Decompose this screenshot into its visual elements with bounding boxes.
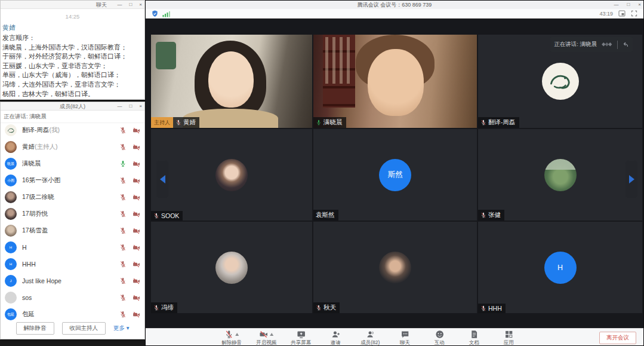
- layout-grid-icon[interactable]: [601, 41, 613, 48]
- video-tile-6[interactable]: 张健: [478, 129, 642, 221]
- member-row[interactable]: 黄婧(主持人): [1, 139, 144, 155]
- member-role-suffix: (主持人): [35, 143, 58, 150]
- member-avatar: 晓晨: [5, 158, 17, 170]
- close-icon[interactable]: ×: [638, 1, 641, 9]
- member-row[interactable]: JJust like Hope: [1, 272, 144, 289]
- mic-icon: [480, 120, 486, 125]
- member-row[interactable]: 翻译-周磊(我): [1, 122, 144, 139]
- toolbar-doc[interactable]: 文档: [460, 330, 488, 345]
- member-name: Just like Hope: [22, 277, 119, 284]
- next-page-arrow[interactable]: [625, 161, 637, 198]
- leave-meeting-button[interactable]: 离开会议: [599, 332, 636, 344]
- security-shield-icon[interactable]: [152, 10, 158, 17]
- video-tile-1[interactable]: 主持人黄婧: [151, 35, 312, 128]
- meeting-title: 腾讯会议 会议号：630 869 739: [358, 1, 432, 9]
- caret-up-icon[interactable]: [235, 333, 239, 336]
- members-titlebar[interactable]: 成员(82人) — □ ×: [1, 102, 144, 111]
- toolbar-members[interactable]: 成员(82): [356, 330, 384, 345]
- member-row[interactable]: HH: [1, 239, 144, 256]
- previous-page-arrow[interactable]: [156, 161, 168, 198]
- member-av-controls: [119, 277, 140, 285]
- mic-icon: [153, 305, 159, 311]
- member-name: 17胡乔悦: [22, 210, 119, 218]
- video-tile-8[interactable]: 秋天: [313, 222, 477, 313]
- video-tile-4[interactable]: SOOK: [151, 129, 312, 221]
- member-row[interactable]: 17杨雪盈: [1, 222, 144, 239]
- caret-up-icon[interactable]: [270, 333, 273, 336]
- participant-avatar: 斯然: [379, 159, 411, 191]
- toolbar-apps[interactable]: 应用: [495, 330, 522, 345]
- participant-name: 袁斯然: [313, 210, 338, 221]
- participant-nameplate: 袁斯然: [313, 210, 338, 221]
- maximize-icon[interactable]: □: [129, 1, 132, 9]
- camera-icon: [133, 261, 140, 268]
- participant-nameplate: 主持人黄婧: [151, 117, 199, 128]
- maximize-icon[interactable]: □: [627, 1, 630, 9]
- dragon-pattern-icon: [7, 126, 15, 134]
- member-list: 翻译-周磊(我)黄婧(主持人)晓晨满晓晨小图16第一张小图17级二徐晓17胡乔悦…: [1, 122, 144, 322]
- toolbar-label: 开启视频: [256, 339, 276, 345]
- pin-arrow-icon[interactable]: [622, 41, 629, 48]
- camera-icon: [133, 294, 140, 302]
- member-row[interactable]: 17级二徐晓: [1, 189, 144, 206]
- video-tile-7[interactable]: 冯缔: [151, 222, 312, 313]
- mic-icon: [175, 120, 181, 125]
- member-row[interactable]: HHHH: [1, 256, 144, 272]
- toolbar-label: 邀请: [331, 339, 341, 345]
- camera-icon: [133, 210, 140, 218]
- toolbar-mic-off[interactable]: 解除静音: [218, 330, 245, 345]
- member-row[interactable]: 晓晨满晓晨: [1, 155, 144, 172]
- meeting-titlebar[interactable]: 腾讯会议 会议号：630 869 739 — □ ×: [146, 1, 643, 9]
- members-window: 成员(82人) — □ × 正在讲话: 满晓晨 翻译-周磊(我)黄婧(主持人)晓…: [0, 102, 145, 339]
- member-name: 17级二徐晓: [22, 193, 119, 201]
- member-row[interactable]: 包延包延: [1, 306, 144, 322]
- member-avatar: [5, 141, 17, 153]
- participant-avatar: [215, 252, 248, 284]
- video-tile-9[interactable]: HHHH: [478, 222, 642, 313]
- toolbar-invite[interactable]: 邀请: [322, 330, 349, 345]
- apps-icon: [504, 330, 513, 339]
- close-icon[interactable]: ×: [139, 102, 142, 111]
- participant-nameplate: 张健: [478, 210, 504, 221]
- unmute-all-button[interactable]: 解除静音: [16, 322, 54, 335]
- close-icon[interactable]: ×: [139, 1, 142, 9]
- maximize-icon[interactable]: □: [129, 102, 132, 111]
- video-tile-2[interactable]: 满晓晨: [313, 35, 477, 128]
- invite-icon: [331, 330, 340, 339]
- chat-window-title: 聊天: [96, 1, 107, 9]
- video-tile-5[interactable]: 斯然袁斯然: [313, 129, 477, 221]
- member-name: 16第一张小图: [22, 176, 119, 185]
- member-avatar: [5, 191, 17, 203]
- chat-message: 发言顺序：: [2, 33, 144, 43]
- member-avatar: [5, 292, 17, 304]
- toolbar-share-screen[interactable]: 共享屏幕: [287, 330, 315, 345]
- fullscreen-icon[interactable]: [631, 10, 637, 17]
- camera-icon: [133, 143, 140, 151]
- minimize-icon[interactable]: —: [614, 1, 618, 9]
- toolbar-label: 成员(82): [360, 339, 380, 345]
- camera-icon: [133, 194, 140, 201]
- video-tile-3[interactable]: 翻译-周磊正在讲话: 满晓晨: [478, 35, 642, 128]
- more-button[interactable]: 更多 ▾: [113, 324, 129, 332]
- network-signal-icon[interactable]: [162, 11, 170, 17]
- reclaim-host-button[interactable]: 收回主持人: [62, 322, 106, 335]
- toolbar-cam-off[interactable]: 开启视频: [252, 330, 280, 345]
- toolbar-label: 文档: [469, 339, 479, 345]
- divider: [617, 41, 618, 49]
- member-row[interactable]: 17胡乔悦: [1, 206, 144, 222]
- mic-icon: [119, 277, 127, 284]
- member-name: HHH: [22, 261, 119, 268]
- float-window-icon[interactable]: [618, 10, 625, 17]
- toolbar-label: 互动: [435, 339, 445, 345]
- participant-avatar: [379, 252, 411, 284]
- desktop: 聊天 — □ × 14:25 黄婧 发言顺序：满晓晨，上海外国语大学，汉语国际教…: [0, 0, 644, 346]
- meeting-statusbar: 43:19: [146, 9, 643, 19]
- minimize-icon[interactable]: —: [117, 1, 122, 9]
- member-row[interactable]: sos: [1, 289, 144, 306]
- minimize-icon[interactable]: —: [117, 102, 122, 111]
- toolbar-emoji[interactable]: 互动: [426, 330, 453, 345]
- toolbar-chat[interactable]: 聊天: [391, 330, 418, 345]
- chat-titlebar[interactable]: 聊天 — □ ×: [1, 1, 144, 9]
- chat-message: 王丽媛，山东大学，亚非语言文学；: [2, 62, 144, 71]
- member-row[interactable]: 小图16第一张小图: [1, 172, 144, 189]
